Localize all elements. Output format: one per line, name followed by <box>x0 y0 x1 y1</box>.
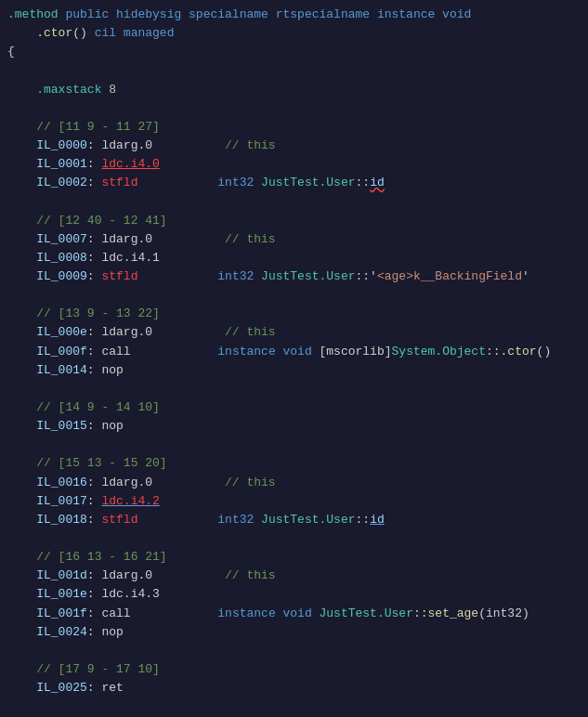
code-token: : <box>87 513 102 527</box>
code-token <box>160 157 225 171</box>
code-token: [mscorlib] <box>320 345 392 358</box>
code-token: ldarg.0 <box>101 325 152 339</box>
code-line: .ctor() cil managed <box>7 24 581 43</box>
code-token: hidebysig <box>116 7 189 21</box>
code-token <box>137 176 217 189</box>
code-token <box>152 325 225 339</box>
code-token: : <box>87 325 102 339</box>
code-token: int32 <box>217 513 261 527</box>
code-line: IL_0002: stfld int32 JustTest.User::id <box>7 174 581 192</box>
code-token: // this <box>225 476 276 489</box>
code-token: () <box>72 26 94 40</box>
code-container: .method public hidebysig specialname rts… <box>0 0 588 717</box>
code-token: stfld <box>101 269 137 283</box>
code-token: IL_0025 <box>36 681 87 695</box>
code-token: : <box>87 157 102 171</box>
code-token: IL_000f <box>36 345 87 358</box>
code-token: : <box>87 419 102 433</box>
code-token: id <box>370 176 385 189</box>
code-token: cil <box>95 26 124 40</box>
code-token: : <box>87 494 102 508</box>
code-line: IL_0015: nop <box>7 417 581 436</box>
code-token: : <box>87 345 102 358</box>
code-line: IL_0016: ldarg.0 // this <box>7 474 581 492</box>
code-line: IL_0014: nop <box>7 361 581 380</box>
code-token: set_age <box>428 606 479 620</box>
code-token: // [14 9 - 14 10] <box>36 400 160 414</box>
code-line <box>7 642 581 660</box>
code-token: IL_0008 <box>36 251 87 265</box>
code-token: () <box>537 345 552 358</box>
code-token: // this <box>225 138 276 152</box>
code-token: // [13 9 - 13 22] <box>36 306 160 320</box>
code-line: IL_000e: ldarg.0 // this <box>7 323 581 342</box>
code-token: : <box>87 476 102 489</box>
code-token: .method <box>7 7 65 21</box>
code-token: :: <box>356 513 371 527</box>
code-line: IL_000f: call instance void [mscorlib]Sy… <box>7 343 581 361</box>
code-token: managed <box>124 26 175 40</box>
code-line: // [13 9 - 13 22] <box>7 305 581 323</box>
code-token: : <box>87 606 102 620</box>
code-token: IL_001e <box>36 587 87 601</box>
code-token: // this <box>225 232 276 246</box>
code-line: IL_0007: ldarg.0 // this <box>7 230 581 249</box>
code-token: 8 <box>109 83 116 97</box>
code-token <box>152 138 225 152</box>
code-line: // [14 9 - 14 10] <box>7 398 581 417</box>
code-token: void <box>283 606 320 620</box>
code-token: JustTest.User <box>261 269 355 283</box>
code-token: .ctor <box>36 26 72 40</box>
code-token: ldc.i4.2 <box>101 494 159 508</box>
code-token: call <box>101 345 130 358</box>
code-token <box>152 476 225 489</box>
code-token: { <box>7 45 15 59</box>
code-token: JustTest.User <box>320 606 413 620</box>
code-token: IL_0002 <box>36 176 87 189</box>
code-token: : <box>87 681 102 695</box>
code-token: ldarg.0 <box>101 568 152 582</box>
code-token: IL_0015 <box>36 419 87 433</box>
code-token: instance <box>217 345 282 358</box>
code-line: // [17 9 - 17 10] <box>7 660 581 679</box>
code-token: public <box>65 7 116 21</box>
code-token: ldc.i4.0 <box>101 157 159 171</box>
code-token: JustTest.User <box>261 513 355 527</box>
code-token: void <box>442 7 471 21</box>
code-token: ' <box>522 269 529 283</box>
code-token: :: <box>356 176 371 189</box>
code-token: nop <box>101 363 123 377</box>
code-token: // this <box>225 325 276 339</box>
code-token: JustTest.User <box>261 176 355 189</box>
code-token: IL_0024 <box>36 625 87 639</box>
code-line <box>7 61 581 80</box>
code-line: { <box>7 43 581 61</box>
code-line <box>7 192 581 211</box>
code-token: ldarg.0 <box>101 232 152 246</box>
code-line <box>7 697 581 716</box>
code-token: .maxstack <box>36 83 109 97</box>
code-token: // [16 13 - 16 21] <box>36 550 166 564</box>
code-token: nop <box>101 419 123 433</box>
code-token: stfld <box>101 176 137 189</box>
code-token: instance <box>377 7 442 21</box>
code-token: <age>k__BackingField <box>377 269 522 283</box>
code-token: IL_0009 <box>36 269 87 283</box>
code-token: IL_0018 <box>36 513 87 527</box>
code-token: stfld <box>101 513 137 527</box>
code-token: : <box>87 176 102 189</box>
code-token: id <box>370 513 385 527</box>
code-token: // [11 9 - 11 27] <box>36 120 160 134</box>
code-token: .ctor <box>501 345 537 358</box>
code-line: // [12 40 - 12 41] <box>7 212 581 230</box>
code-token <box>131 345 218 358</box>
code-token: IL_0014 <box>36 363 87 377</box>
code-token: int32 <box>217 269 261 283</box>
code-token: : <box>87 232 102 246</box>
code-token: : <box>87 138 102 152</box>
code-token: IL_0016 <box>36 476 87 489</box>
code-token <box>152 568 225 582</box>
code-token: specialname <box>189 7 276 21</box>
code-line: // [15 13 - 15 20] <box>7 454 581 473</box>
code-token: nop <box>101 625 123 639</box>
